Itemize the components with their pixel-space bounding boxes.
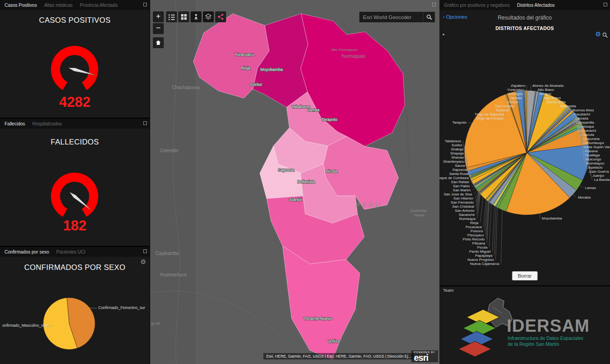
tab-bar: Confirmados por sexoPacientes UCI — [5, 249, 86, 254]
city-label: Juanjui — [289, 197, 302, 202]
city-label: Saposoa — [278, 168, 294, 172]
tab-casos-positivos[interactable]: Casos Positivos — [5, 3, 37, 8]
maximize-icon[interactable] — [143, 249, 147, 253]
district-label: San Fernando — [451, 200, 474, 204]
district-label: Yorongos — [508, 92, 523, 96]
city-label: Soritor — [250, 82, 262, 87]
share-button[interactable] — [215, 11, 226, 22]
legend-button[interactable] — [166, 11, 177, 22]
pie-label-masculino: onfirmado_Masculino_sum — [2, 323, 49, 328]
legend-icon — [168, 13, 175, 20]
district-label: Juan Guerra — [589, 170, 609, 174]
tab-provincia-afectada[interactable]: Provincia Afectada — [80, 3, 117, 8]
district-label: Zapatero — [511, 84, 526, 88]
district-pie-chart[interactable]: Alonso de AlvaradoAlto BiavoAwajunBajo B… — [439, 37, 610, 267]
district-label: Shapaja — [450, 151, 464, 155]
zoom-in-button[interactable]: + — [153, 11, 164, 22]
gauge-value-positivos: 4282 — [0, 94, 150, 110]
district-label: Bajo Biavo — [544, 96, 561, 100]
clear-button[interactable]: Borrar — [512, 271, 538, 280]
tab-hospitalizados[interactable]: Hospitalizados — [32, 121, 62, 126]
search-icon — [426, 14, 433, 20]
maximize-icon[interactable] — [143, 121, 147, 125]
layers-button[interactable] — [203, 11, 214, 22]
city-label: Tarapoto — [321, 117, 337, 122]
tab-altas-m-dicas[interactable]: Altas médicas — [44, 3, 72, 8]
home-button[interactable] — [153, 37, 164, 48]
label-leader-line — [526, 85, 527, 91]
zoom-out-button[interactable]: − — [153, 23, 164, 34]
city-label: Tocache Nuevo — [304, 316, 332, 321]
city-label: Picota — [326, 169, 337, 174]
district-label: San Pablo — [453, 184, 470, 188]
panel-confirmados-por-sexo: Confirmados por sexoPacientes UCI ⚙ CONF… — [0, 247, 150, 364]
district-label: San Cristóbal — [452, 204, 474, 209]
district-label: Pucacaca — [466, 225, 482, 229]
basemap-label: PERÚ — [356, 201, 382, 209]
page-title-confirmados-sexo: CONFIRMADOS POR SEXO — [0, 263, 150, 272]
basemap-terrain — [150, 0, 196, 364]
tab-bar: Casos PositivosAltas médicasProvincia Af… — [5, 3, 117, 8]
tab-fallecidos[interactable]: Fallecidos — [5, 121, 25, 126]
label-leader-line — [474, 190, 478, 194]
map-attribution: Esri, HERE, Garmin, FAO, USGS | Esri, HE… — [263, 353, 414, 359]
maximize-icon[interactable] — [143, 3, 147, 6]
chart-results-title: Resultados del gráfico — [439, 15, 610, 21]
city-label: Yuracyacu — [235, 52, 254, 57]
tab-distritos-afectados[interactable]: Distritos Afectados — [517, 3, 555, 8]
chart-settings-gear-icon[interactable]: ⚙ — [595, 31, 601, 37]
district-label: Buenos Aires — [573, 108, 594, 112]
search-input[interactable] — [359, 12, 423, 22]
tab-pacientes-uci[interactable]: Pacientes UCI — [56, 249, 86, 254]
geocoder-search — [359, 12, 435, 22]
district-label: Moyobamba — [542, 216, 562, 220]
district-label: Picota — [477, 245, 488, 249]
label-leader-line — [489, 204, 491, 247]
page-title-fallecidos: FALLECIDOS — [0, 138, 150, 146]
home-icon — [155, 39, 162, 46]
basemap-label: Yurimaguas — [341, 54, 365, 59]
maximize-icon[interactable] — [432, 3, 436, 6]
label-leader-line — [473, 188, 476, 190]
basemap-label: Cajabamba — [156, 251, 179, 256]
label-leader-line — [468, 122, 472, 124]
district-label: Morales — [578, 195, 590, 199]
maximize-icon[interactable] — [604, 3, 607, 6]
basemap-button[interactable] — [178, 11, 189, 22]
city-label: Lamas — [307, 108, 320, 112]
district-label: San Roque de Cumbaza — [439, 176, 469, 180]
map-canvas[interactable]: Alto ParanapuraYurimaguasChachapoyasCele… — [150, 0, 439, 364]
gauge-value-fallecidos: 182 — [0, 218, 150, 234]
district-label: Sauce — [455, 164, 465, 168]
district-label: Piscoyacu — [467, 233, 484, 237]
brand-tagline-2: de la Región San Martín — [508, 341, 559, 347]
basemap-label: go de — [151, 321, 161, 325]
city-label: Bellavista — [297, 180, 315, 184]
legend-dot — [443, 34, 444, 35]
district-label: La Banda de Shilcayo — [594, 178, 610, 182]
streetview-button[interactable] — [191, 11, 202, 22]
search-button[interactable] — [423, 12, 435, 22]
map-panel: Alto ParanapuraYurimaguasChachapoyasCele… — [150, 0, 439, 364]
label-leader-line — [484, 199, 486, 227]
panel-header: Gráfico por positivos y negativosDistrit… — [439, 0, 610, 10]
label-leader-line — [501, 209, 502, 264]
district-label: Huicungo — [586, 157, 601, 161]
district-label: Uchiza — [507, 100, 519, 104]
share-icon — [217, 13, 224, 20]
gauge-chart-positivos — [0, 35, 150, 104]
label-leader-line — [580, 185, 583, 188]
district-label: Pardo Miguel — [469, 249, 490, 254]
district-label: Huallaga — [585, 153, 600, 157]
panel-header: FallecidosHospitalizados — [0, 119, 150, 129]
tab-confirmados-por-sexo[interactable]: Confirmados por sexo — [5, 249, 49, 254]
tab-gr-fico-por-positivos-y-negativos[interactable]: Gráfico por positivos y negativos — [444, 3, 510, 8]
district-label: Shatoja — [451, 147, 464, 151]
label-leader-line — [573, 194, 576, 198]
city-label: Moyobamba — [260, 67, 283, 72]
basemap-grid-icon — [180, 13, 187, 20]
district-label: Soritor — [452, 143, 463, 147]
district-label: Tres Unidos — [495, 104, 514, 108]
panel-distritos-afectados: Gráfico por positivos y negativosDistrit… — [439, 0, 610, 285]
district-label: Nuevo Progreso — [468, 258, 494, 262]
